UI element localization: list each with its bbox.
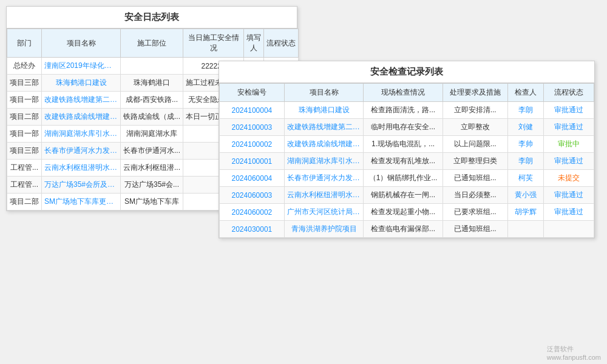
left-cell-1-0: 项目三部 — [7, 75, 42, 92]
right-cell-0-1[interactable]: 珠海鹤港口建设 — [284, 102, 364, 119]
right-cell-1-2: 临时用电存在安全... — [364, 119, 443, 136]
left-cell-6-0: 工程管... — [7, 160, 42, 177]
right-cell-2-0[interactable]: 2024100002 — [220, 136, 285, 153]
table-row: 2024100003改建铁路线增建第二线...临时用电存在安全...立即整改刘健… — [220, 119, 594, 136]
right-cell-6-1[interactable]: 广州市天河区统计局机... — [284, 204, 364, 221]
right-table-head: 安检编号项目名称现场检查情况处理要求及措施检查人流程状态 — [220, 84, 594, 102]
right-status-2: 审批中 — [543, 136, 594, 153]
table-row: 2024060003云南水利枢纽潜明水库...钢筋机械存在一闸...当日必须整.… — [220, 187, 594, 204]
right-status-6: 审批通过 — [543, 204, 594, 221]
table-row: 2024100001湖南洞庭湖水库引水工...检查发现有乱堆放...立即整理归类… — [220, 153, 594, 170]
right-cell-2-4: 李帅 — [507, 136, 543, 153]
left-cell-3-2: 铁路成渝线（成... — [121, 109, 183, 126]
right-col-header-2: 现场检查情况 — [364, 84, 443, 102]
left-cell-8-2: SM广场地下车库 — [121, 194, 183, 211]
right-cell-1-1[interactable]: 改建铁路线增建第二线... — [284, 119, 364, 136]
right-cell-7-0[interactable]: 2024030001 — [220, 221, 285, 238]
right-cell-7-2: 检查临电有漏保部... — [364, 221, 443, 238]
right-cell-5-1[interactable]: 云南水利枢纽潜明水库... — [284, 187, 364, 204]
left-cell-3-0: 项目二部 — [7, 109, 42, 126]
right-status-4: 未提交 — [543, 170, 594, 187]
table-row: 2024100004珠海鹤港口建设检查路面清洗，路...立即安排清...李朗审批… — [220, 102, 594, 119]
left-cell-7-2: 万达广场35#会... — [121, 177, 183, 194]
right-col-header-3: 处理要求及措施 — [443, 84, 507, 102]
right-table-body: 2024100004珠海鹤港口建设检查路面清洗，路...立即安排清...李朗审批… — [220, 102, 594, 238]
left-cell-0-2 — [121, 58, 183, 75]
right-cell-3-1[interactable]: 湖南洞庭湖水库引水工... — [284, 153, 364, 170]
left-cell-2-1[interactable]: 改建铁路线增建第二线直... — [42, 92, 121, 109]
right-cell-5-0[interactable]: 2024060003 — [220, 187, 285, 204]
right-cell-2-2: 1.现场临电混乱，... — [364, 136, 443, 153]
right-cell-1-3: 立即整改 — [443, 119, 507, 136]
right-table-title: 安全检查记录列表 — [219, 61, 594, 83]
right-cell-4-3: 已通知班组... — [443, 170, 507, 187]
right-status-0: 审批通过 — [543, 102, 594, 119]
right-status-3: 审批通过 — [543, 153, 594, 170]
left-cell-5-0: 项目三部 — [7, 143, 42, 160]
right-status-1: 审批通过 — [543, 119, 594, 136]
left-col-header-1: 项目名称 — [42, 29, 121, 58]
left-col-header-0: 部门 — [7, 29, 42, 58]
right-cell-5-4: 黄小强 — [507, 187, 543, 204]
right-cell-7-4 — [507, 221, 543, 238]
left-cell-4-1[interactable]: 湖南洞庭湖水库引水工程... — [42, 126, 121, 143]
table-row: 2024030001青海洪湖养护院项目检查临电有漏保部...已通知班组... — [220, 221, 594, 238]
right-cell-6-0[interactable]: 2024060002 — [220, 204, 285, 221]
right-cell-2-1[interactable]: 改建铁路成渝线增建第... — [284, 136, 364, 153]
watermark-line2: www.fanpusft.com — [547, 354, 601, 361]
left-cell-7-1[interactable]: 万达广场35#会所及咖啡... — [42, 177, 121, 194]
watermark: 泛普软件 www.fanpusft.com — [547, 345, 601, 361]
left-cell-6-1[interactable]: 云南水利枢纽潜明水库—... — [42, 160, 121, 177]
left-col-header-2: 施工部位 — [121, 29, 183, 58]
left-cell-2-0: 项目一部 — [7, 92, 42, 109]
left-cell-1-1[interactable]: 珠海鹤港口建设 — [42, 75, 121, 92]
left-cell-5-1[interactable]: 长春市伊通河水力发电厂... — [42, 143, 121, 160]
right-cell-6-4: 胡学辉 — [507, 204, 543, 221]
right-cell-4-2: （1）钢筋绑扎作业... — [364, 170, 443, 187]
left-cell-8-1[interactable]: SM广场地下车库更换摄... — [42, 194, 121, 211]
right-cell-0-2: 检查路面清洗，路... — [364, 102, 443, 119]
left-cell-3-1[interactable]: 改建铁路成渝线增建第二... — [42, 109, 121, 126]
right-table: 安检编号项目名称现场检查情况处理要求及措施检查人流程状态 2024100004珠… — [219, 83, 594, 238]
left-col-header-5: 流程状态 — [264, 29, 299, 58]
left-cell-8-0: 项目二部 — [7, 194, 42, 211]
right-cell-3-3: 立即整理归类 — [443, 153, 507, 170]
right-cell-0-0[interactable]: 2024100004 — [220, 102, 285, 119]
left-col-header-4: 填写人 — [244, 29, 264, 58]
right-cell-0-4: 李朗 — [507, 102, 543, 119]
right-cell-1-4: 刘健 — [507, 119, 543, 136]
left-table-header-row: 部门项目名称施工部位当日施工安全情况填写人流程状态 — [7, 29, 299, 58]
right-cell-4-4: 柯芙 — [507, 170, 543, 187]
right-cell-7-3: 已通知班组... — [443, 221, 507, 238]
left-cell-0-1[interactable]: 潼南区2019年绿化补贴项... — [42, 58, 121, 75]
left-cell-0-0: 总经办 — [7, 58, 42, 75]
right-status-7 — [543, 221, 594, 238]
right-cell-4-0[interactable]: 2024060004 — [220, 170, 285, 187]
right-col-header-1: 项目名称 — [284, 84, 364, 102]
table-row: 2024100002改建铁路成渝线增建第...1.现场临电混乱，...以上问题限… — [220, 136, 594, 153]
right-cell-7-1[interactable]: 青海洪湖养护院项目 — [284, 221, 364, 238]
right-cell-1-0[interactable]: 2024100003 — [220, 119, 285, 136]
right-cell-5-2: 钢筋机械存在一闸... — [364, 187, 443, 204]
right-cell-6-2: 检查发现起重小物... — [364, 204, 443, 221]
right-cell-4-1[interactable]: 长春市伊通河水力发电... — [284, 170, 364, 187]
right-cell-3-0[interactable]: 2024100001 — [220, 153, 285, 170]
table-row: 2024060002广州市天河区统计局机...检查发现起重小物...已要求班组.… — [220, 204, 594, 221]
right-col-header-5: 流程状态 — [543, 84, 594, 102]
right-table-header-row: 安检编号项目名称现场检查情况处理要求及措施检查人流程状态 — [220, 84, 594, 102]
right-status-5: 审批通过 — [543, 187, 594, 204]
table-row: 2024060004长春市伊通河水力发电...（1）钢筋绑扎作业...已通知班组… — [220, 170, 594, 187]
left-cell-1-2: 珠海鹤港口 — [121, 75, 183, 92]
right-cell-6-3: 已要求班组... — [443, 204, 507, 221]
right-cell-2-3: 以上问题限... — [443, 136, 507, 153]
left-cell-4-0: 项目一部 — [7, 126, 42, 143]
watermark-line1: 泛普软件 — [547, 345, 601, 354]
left-cell-7-0: 工程管... — [7, 177, 42, 194]
right-cell-0-3: 立即安排清... — [443, 102, 507, 119]
right-col-header-4: 检查人 — [507, 84, 543, 102]
left-cell-2-2: 成都-西安铁路... — [121, 92, 183, 109]
left-cell-5-2: 长春市伊通河水... — [121, 143, 183, 160]
left-col-header-3: 当日施工安全情况 — [183, 29, 244, 58]
left-table-head: 部门项目名称施工部位当日施工安全情况填写人流程状态 — [7, 29, 299, 58]
right-cell-3-2: 检查发现有乱堆放... — [364, 153, 443, 170]
